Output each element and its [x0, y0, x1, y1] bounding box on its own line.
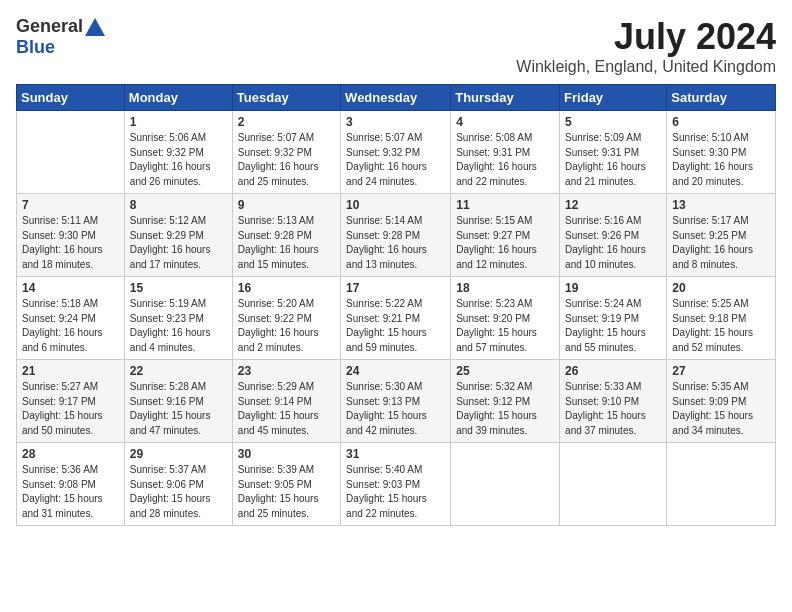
day-info: Sunrise: 5:17 AM Sunset: 9:25 PM Dayligh…	[672, 214, 770, 272]
day-header-sunday: Sunday	[17, 85, 125, 111]
week-row-4: 21Sunrise: 5:27 AM Sunset: 9:17 PM Dayli…	[17, 360, 776, 443]
day-info: Sunrise: 5:28 AM Sunset: 9:16 PM Dayligh…	[130, 380, 227, 438]
calendar-subtitle: Winkleigh, England, United Kingdom	[516, 58, 776, 76]
day-number: 26	[565, 364, 661, 378]
day-header-thursday: Thursday	[451, 85, 560, 111]
day-info: Sunrise: 5:16 AM Sunset: 9:26 PM Dayligh…	[565, 214, 661, 272]
day-info: Sunrise: 5:25 AM Sunset: 9:18 PM Dayligh…	[672, 297, 770, 355]
day-info: Sunrise: 5:37 AM Sunset: 9:06 PM Dayligh…	[130, 463, 227, 521]
calendar-cell: 4Sunrise: 5:08 AM Sunset: 9:31 PM Daylig…	[451, 111, 560, 194]
calendar-cell	[560, 443, 667, 526]
day-info: Sunrise: 5:29 AM Sunset: 9:14 PM Dayligh…	[238, 380, 335, 438]
day-number: 23	[238, 364, 335, 378]
calendar-cell: 28Sunrise: 5:36 AM Sunset: 9:08 PM Dayli…	[17, 443, 125, 526]
day-number: 29	[130, 447, 227, 461]
calendar-cell: 16Sunrise: 5:20 AM Sunset: 9:22 PM Dayli…	[232, 277, 340, 360]
day-number: 12	[565, 198, 661, 212]
day-number: 2	[238, 115, 335, 129]
day-number: 17	[346, 281, 445, 295]
calendar-cell: 10Sunrise: 5:14 AM Sunset: 9:28 PM Dayli…	[341, 194, 451, 277]
calendar-cell	[17, 111, 125, 194]
day-number: 13	[672, 198, 770, 212]
day-number: 18	[456, 281, 554, 295]
day-header-monday: Monday	[124, 85, 232, 111]
logo: General Blue	[16, 16, 107, 58]
logo-general: General	[16, 16, 83, 37]
calendar-cell: 22Sunrise: 5:28 AM Sunset: 9:16 PM Dayli…	[124, 360, 232, 443]
day-info: Sunrise: 5:23 AM Sunset: 9:20 PM Dayligh…	[456, 297, 554, 355]
day-number: 1	[130, 115, 227, 129]
day-info: Sunrise: 5:20 AM Sunset: 9:22 PM Dayligh…	[238, 297, 335, 355]
day-number: 31	[346, 447, 445, 461]
day-number: 11	[456, 198, 554, 212]
calendar-header-row: SundayMondayTuesdayWednesdayThursdayFrid…	[17, 85, 776, 111]
calendar-cell: 7Sunrise: 5:11 AM Sunset: 9:30 PM Daylig…	[17, 194, 125, 277]
day-info: Sunrise: 5:33 AM Sunset: 9:10 PM Dayligh…	[565, 380, 661, 438]
day-number: 28	[22, 447, 119, 461]
day-info: Sunrise: 5:36 AM Sunset: 9:08 PM Dayligh…	[22, 463, 119, 521]
logo-icon	[85, 18, 105, 36]
day-info: Sunrise: 5:27 AM Sunset: 9:17 PM Dayligh…	[22, 380, 119, 438]
calendar-cell: 21Sunrise: 5:27 AM Sunset: 9:17 PM Dayli…	[17, 360, 125, 443]
calendar-cell: 29Sunrise: 5:37 AM Sunset: 9:06 PM Dayli…	[124, 443, 232, 526]
calendar-cell: 6Sunrise: 5:10 AM Sunset: 9:30 PM Daylig…	[667, 111, 776, 194]
day-info: Sunrise: 5:19 AM Sunset: 9:23 PM Dayligh…	[130, 297, 227, 355]
day-number: 6	[672, 115, 770, 129]
calendar-table: SundayMondayTuesdayWednesdayThursdayFrid…	[16, 84, 776, 526]
day-number: 7	[22, 198, 119, 212]
day-info: Sunrise: 5:15 AM Sunset: 9:27 PM Dayligh…	[456, 214, 554, 272]
calendar-cell: 24Sunrise: 5:30 AM Sunset: 9:13 PM Dayli…	[341, 360, 451, 443]
svg-marker-0	[85, 18, 105, 36]
calendar-cell: 5Sunrise: 5:09 AM Sunset: 9:31 PM Daylig…	[560, 111, 667, 194]
day-info: Sunrise: 5:32 AM Sunset: 9:12 PM Dayligh…	[456, 380, 554, 438]
day-number: 16	[238, 281, 335, 295]
calendar-cell: 1Sunrise: 5:06 AM Sunset: 9:32 PM Daylig…	[124, 111, 232, 194]
calendar-cell: 20Sunrise: 5:25 AM Sunset: 9:18 PM Dayli…	[667, 277, 776, 360]
day-info: Sunrise: 5:39 AM Sunset: 9:05 PM Dayligh…	[238, 463, 335, 521]
calendar-cell: 26Sunrise: 5:33 AM Sunset: 9:10 PM Dayli…	[560, 360, 667, 443]
calendar-cell: 31Sunrise: 5:40 AM Sunset: 9:03 PM Dayli…	[341, 443, 451, 526]
week-row-1: 1Sunrise: 5:06 AM Sunset: 9:32 PM Daylig…	[17, 111, 776, 194]
day-number: 5	[565, 115, 661, 129]
week-row-3: 14Sunrise: 5:18 AM Sunset: 9:24 PM Dayli…	[17, 277, 776, 360]
calendar-cell: 17Sunrise: 5:22 AM Sunset: 9:21 PM Dayli…	[341, 277, 451, 360]
calendar-cell: 23Sunrise: 5:29 AM Sunset: 9:14 PM Dayli…	[232, 360, 340, 443]
day-number: 21	[22, 364, 119, 378]
calendar-cell: 27Sunrise: 5:35 AM Sunset: 9:09 PM Dayli…	[667, 360, 776, 443]
day-number: 22	[130, 364, 227, 378]
day-number: 25	[456, 364, 554, 378]
day-info: Sunrise: 5:07 AM Sunset: 9:32 PM Dayligh…	[346, 131, 445, 189]
day-number: 8	[130, 198, 227, 212]
calendar-cell: 13Sunrise: 5:17 AM Sunset: 9:25 PM Dayli…	[667, 194, 776, 277]
day-info: Sunrise: 5:09 AM Sunset: 9:31 PM Dayligh…	[565, 131, 661, 189]
day-header-tuesday: Tuesday	[232, 85, 340, 111]
header: General Blue July 2024 Winkleigh, Englan…	[16, 16, 776, 76]
day-info: Sunrise: 5:13 AM Sunset: 9:28 PM Dayligh…	[238, 214, 335, 272]
calendar-cell: 19Sunrise: 5:24 AM Sunset: 9:19 PM Dayli…	[560, 277, 667, 360]
calendar-cell: 14Sunrise: 5:18 AM Sunset: 9:24 PM Dayli…	[17, 277, 125, 360]
day-number: 3	[346, 115, 445, 129]
day-info: Sunrise: 5:35 AM Sunset: 9:09 PM Dayligh…	[672, 380, 770, 438]
day-info: Sunrise: 5:40 AM Sunset: 9:03 PM Dayligh…	[346, 463, 445, 521]
day-info: Sunrise: 5:10 AM Sunset: 9:30 PM Dayligh…	[672, 131, 770, 189]
day-number: 4	[456, 115, 554, 129]
day-number: 10	[346, 198, 445, 212]
calendar-cell: 12Sunrise: 5:16 AM Sunset: 9:26 PM Dayli…	[560, 194, 667, 277]
day-number: 15	[130, 281, 227, 295]
day-number: 24	[346, 364, 445, 378]
calendar-cell: 2Sunrise: 5:07 AM Sunset: 9:32 PM Daylig…	[232, 111, 340, 194]
calendar-title: July 2024	[516, 16, 776, 58]
calendar-cell: 18Sunrise: 5:23 AM Sunset: 9:20 PM Dayli…	[451, 277, 560, 360]
calendar-cell: 3Sunrise: 5:07 AM Sunset: 9:32 PM Daylig…	[341, 111, 451, 194]
week-row-2: 7Sunrise: 5:11 AM Sunset: 9:30 PM Daylig…	[17, 194, 776, 277]
day-info: Sunrise: 5:22 AM Sunset: 9:21 PM Dayligh…	[346, 297, 445, 355]
day-info: Sunrise: 5:14 AM Sunset: 9:28 PM Dayligh…	[346, 214, 445, 272]
week-row-5: 28Sunrise: 5:36 AM Sunset: 9:08 PM Dayli…	[17, 443, 776, 526]
calendar-cell: 8Sunrise: 5:12 AM Sunset: 9:29 PM Daylig…	[124, 194, 232, 277]
day-info: Sunrise: 5:30 AM Sunset: 9:13 PM Dayligh…	[346, 380, 445, 438]
day-number: 30	[238, 447, 335, 461]
day-info: Sunrise: 5:12 AM Sunset: 9:29 PM Dayligh…	[130, 214, 227, 272]
day-info: Sunrise: 5:11 AM Sunset: 9:30 PM Dayligh…	[22, 214, 119, 272]
calendar-cell	[451, 443, 560, 526]
day-info: Sunrise: 5:08 AM Sunset: 9:31 PM Dayligh…	[456, 131, 554, 189]
